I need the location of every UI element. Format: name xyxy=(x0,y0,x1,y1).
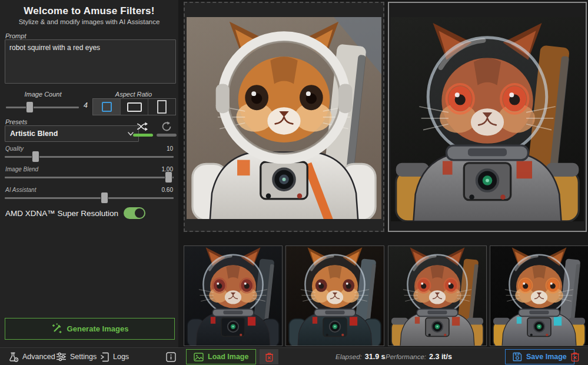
slider-handle[interactable] xyxy=(101,193,108,203)
presets-label: Presets xyxy=(5,118,27,125)
super-resolution-row: AMD XDNA™ Super Resolution xyxy=(5,207,145,219)
page-title: Welcome to Amuse Filters! xyxy=(0,5,178,17)
presets-dropdown[interactable]: Artistic Blend xyxy=(5,125,139,142)
slider-track xyxy=(6,107,79,108)
image-icon xyxy=(194,353,204,361)
status-bar: Advanced Settings Logs xyxy=(0,347,588,365)
aspect-landscape-button[interactable] xyxy=(121,99,148,115)
super-resolution-toggle[interactable] xyxy=(124,207,145,219)
logs-label: Logs xyxy=(113,353,129,361)
thumbnail-1[interactable] xyxy=(184,245,283,346)
generate-images-label: Generate Images xyxy=(67,324,129,333)
elapsed-metric: Elapsed: 31.9 s xyxy=(335,348,386,365)
super-resolution-label: AMD XDNA™ Super Resolution xyxy=(5,209,118,218)
slider-handle[interactable] xyxy=(165,172,172,182)
slider-track xyxy=(5,156,174,158)
toggle-knob xyxy=(135,208,144,218)
amuse-app-window: Welcome to Amuse Filters! Stylize & and … xyxy=(0,0,588,365)
settings-label: Settings xyxy=(70,353,97,361)
input-image xyxy=(187,17,381,219)
prompt-input[interactable]: robot squirrel with a red eyes xyxy=(5,39,176,84)
performance-label: Performance: xyxy=(386,353,426,360)
square-ratio-icon xyxy=(102,102,112,112)
thumbnail-2[interactable] xyxy=(285,245,384,346)
sliders-icon xyxy=(56,352,67,361)
beaker-icon xyxy=(8,352,19,362)
shuffle-icon xyxy=(137,121,150,132)
ai-assistant-slider[interactable] xyxy=(5,193,174,203)
thumbnail-4[interactable] xyxy=(490,245,588,346)
load-image-button[interactable]: Load Image xyxy=(186,349,256,364)
aspect-portrait-button[interactable] xyxy=(148,99,175,115)
refresh-icon xyxy=(161,121,172,132)
shuffle-active-indicator xyxy=(133,134,153,137)
quality-slider[interactable] xyxy=(5,151,174,162)
slider-handle[interactable] xyxy=(26,102,33,112)
delete-generated-image-button[interactable] xyxy=(567,350,583,364)
refresh-inactive-indicator xyxy=(157,134,177,137)
advanced-label: Advanced xyxy=(22,353,55,361)
clear-input-image-button[interactable] xyxy=(260,349,278,364)
trash-delete-icon xyxy=(265,352,274,362)
magic-wand-icon xyxy=(51,323,62,334)
save-image-label: Save Image xyxy=(526,353,567,361)
info-icon xyxy=(166,352,176,362)
trash-delete-icon xyxy=(570,351,580,362)
elapsed-value: 31.9 s xyxy=(365,353,386,361)
slider-handle[interactable] xyxy=(32,151,39,162)
aspect-ratio-label: Aspect Ratio xyxy=(92,91,175,98)
input-image-dropzone[interactable] xyxy=(184,2,384,232)
performance-metric: Performance: 2.3 it/s xyxy=(386,348,452,365)
image-count-value: 4 xyxy=(84,101,88,110)
prompt-label: Prompt xyxy=(5,32,26,39)
generated-image-panel[interactable] xyxy=(388,2,587,232)
generated-image xyxy=(391,17,584,221)
save-icon xyxy=(513,352,522,361)
filters-sidebar: Welcome to Amuse Filters! Stylize & and … xyxy=(0,0,178,347)
landscape-ratio-icon xyxy=(127,102,142,112)
aspect-square-button[interactable] xyxy=(93,99,121,115)
aspect-ratio-group xyxy=(92,98,176,115)
load-image-label: Load Image xyxy=(208,353,248,361)
page-subtitle: Stylize & and modify images with AI Assi… xyxy=(0,18,178,25)
settings-button[interactable]: Settings xyxy=(56,348,97,365)
slider-track xyxy=(5,177,174,178)
performance-value: 2.3 it/s xyxy=(429,353,452,361)
advanced-button[interactable]: Advanced xyxy=(8,348,55,365)
info-button[interactable] xyxy=(165,348,177,365)
logs-button[interactable]: Logs xyxy=(100,348,129,365)
generate-images-button[interactable]: Generate Images xyxy=(5,318,175,340)
elapsed-label: Elapsed: xyxy=(335,353,362,360)
image-count-slider[interactable] xyxy=(6,102,79,112)
logs-icon xyxy=(100,352,109,362)
save-image-button[interactable]: Save Image xyxy=(505,349,574,364)
presets-value: Artistic Blend xyxy=(10,130,58,138)
image-blend-slider[interactable] xyxy=(5,172,174,182)
slider-track xyxy=(5,197,174,199)
shuffle-preset-button[interactable] xyxy=(132,121,154,141)
image-count-label: Image Count xyxy=(5,91,81,98)
refresh-preset-button[interactable] xyxy=(155,121,178,141)
thumbnail-3[interactable] xyxy=(388,245,487,346)
load-image-group: Load Image xyxy=(186,349,278,364)
portrait-ratio-icon xyxy=(157,100,167,114)
